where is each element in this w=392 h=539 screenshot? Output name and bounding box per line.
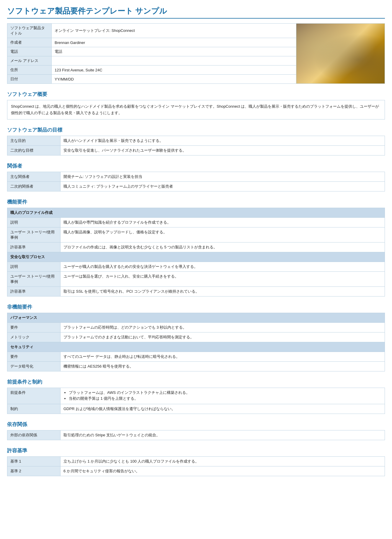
- group-header-cell: セキュリティ: [7, 342, 385, 352]
- cell-label: メール アドレス: [7, 56, 52, 65]
- cell-value: 機密情報には AES256 暗号を使用する。: [61, 362, 385, 371]
- section-title-nonfunctional: 非機能要件: [7, 304, 385, 310]
- section-title-acceptance: 許容基準: [7, 447, 385, 454]
- table-row: 許容基準取引は SSL を使用して暗号化され、PCI コンプライアンスが維持され…: [7, 287, 385, 296]
- cell-label: 説明: [7, 262, 61, 272]
- cell-value: GDPR および地域の個人情報保護法を遵守しなければならない。: [61, 404, 385, 414]
- overview-text: ShopConnect は、地元の職人と個性的なハンドメイド製品を求める顧客をつ…: [7, 100, 385, 119]
- stakeholders-table: 主な関係者開発チーム: ソフトウェアの設計と実装を担当二次的関係者職人コミュニテ…: [7, 172, 385, 191]
- cell-value: 取引は SSL を使用して暗号化され、PCI コンプライアンスが維持されている。: [61, 287, 385, 296]
- table-row: 二次的関係者職人コミュニティ: プラットフォーム上のサプライヤーと販売者: [7, 182, 385, 191]
- table-row: 日付YY/MM/DD: [7, 75, 296, 84]
- table-row: 要件すべてのユーザー データは、静止時および転送時に暗号化される。: [7, 352, 385, 362]
- table-row: 説明ユーザーが職人の製品を購入するための安全な決済ゲートウェイを導入する。: [7, 262, 385, 272]
- table-row: ユーザー ストーリー/使用事例ユーザーは製品を選び、カートに入れ、安全に購入手続…: [7, 272, 385, 287]
- table-row: 住所123 First Avenue, Suite 24C: [7, 65, 296, 75]
- cell-label: ユーザー ストーリー/使用事例: [7, 272, 61, 287]
- cell-value: 123 First Avenue, Suite 24C: [52, 65, 296, 75]
- cell-value: オンライン マーケットプレイス: ShopConnect: [52, 24, 296, 38]
- info-table: ソフトウェア製品タイトルオンライン マーケットプレイス: ShopConnect…: [7, 23, 296, 84]
- cell-value: プロファイルの作成には、画像と説明文を含む少なくとも 5 つの製品リストが含まれ…: [61, 243, 385, 252]
- cell-value: すべてのユーザー データは、静止時および転送時に暗号化される。: [61, 352, 385, 362]
- cell-value: [52, 56, 296, 65]
- table-row: 二次的な目標安全な取引を促進し、パーソナライズされたユーザー体験を提供する。: [7, 146, 385, 155]
- cell-label: ソフトウェア製品タイトル: [7, 24, 52, 38]
- table-row: メール アドレス: [7, 56, 296, 65]
- table-row: ソフトウェア製品タイトルオンライン マーケットプレイス: ShopConnect: [7, 24, 296, 38]
- cell-label: 基準 2: [7, 466, 61, 476]
- cell-label: 説明: [7, 218, 61, 227]
- table-row: 電話電話: [7, 47, 296, 56]
- table-row: メトリックプラットフォームでのさまざまな活動において、平均応答時間を測定する。: [7, 332, 385, 342]
- table-row: データ暗号化機密情報には AES256 暗号を使用する。: [7, 362, 385, 371]
- cell-value: 職人コミュニティ: プラットフォーム上のサプライヤーと販売者: [61, 182, 385, 191]
- table-row: ユーザー ストーリー/使用事例職人が製品画像、説明をアップロードし、価格を設定す…: [7, 227, 385, 243]
- table-row: 要件プラットフォームの応答時間は、どのアクションでも 3 秒以内とする。: [7, 323, 385, 332]
- cell-label: 電話: [7, 47, 52, 56]
- table-row: 主な目的職人がハンドメイド製品を展示・販売できるようにする。: [7, 136, 385, 146]
- table-row: 外部の依存関係取引処理のための Stripe 支払いゲートウェイとの統合。: [7, 430, 385, 440]
- section-title-functional: 機能要件: [7, 199, 385, 205]
- group-header-row: パフォーマンス: [7, 313, 385, 323]
- cell-value: プラットフォームは、AWS のインフラストラクチャ上に構築される。当初の開発予算…: [61, 388, 385, 404]
- cell-value: 6 か月間でセキュリティ侵害の報告がない。: [61, 466, 385, 476]
- cell-label: 主な関係者: [7, 172, 61, 182]
- table-row: 基準 1立ち上げから 1 か月以内に少なくとも 100 人の職人プロファイルを作…: [7, 457, 385, 466]
- group-header-cell: 職人のプロファイル作成: [7, 208, 385, 218]
- section-title-goals: ソフトウェア製品の目標: [7, 127, 385, 133]
- table-row: 許容基準プロファイルの作成には、画像と説明文を含む少なくとも 5 つの製品リスト…: [7, 243, 385, 252]
- cell-label: 作成者: [7, 38, 52, 47]
- group-header-row: セキュリティ: [7, 342, 385, 352]
- cell-label: 日付: [7, 75, 52, 84]
- cell-label: メトリック: [7, 332, 61, 342]
- group-header-cell: パフォーマンス: [7, 313, 385, 323]
- cell-value: 開発チーム: ソフトウェアの設計と実装を担当: [61, 172, 385, 182]
- cell-label: 外部の依存関係: [7, 430, 61, 440]
- section-title-prerequisites: 前提条件と制約: [7, 379, 385, 385]
- cell-label: 前提条件: [7, 388, 61, 404]
- table-row: 基準 26 か月間でセキュリティ侵害の報告がない。: [7, 466, 385, 476]
- cell-value: ユーザーが職人の製品を購入するための安全な決済ゲートウェイを導入する。: [61, 262, 385, 272]
- cell-value: 職人が製品画像、説明をアップロードし、価格を設定する。: [61, 227, 385, 243]
- goals-table: 主な目的職人がハンドメイド製品を展示・販売できるようにする。二次的な目標安全な取…: [7, 136, 385, 155]
- section-title-overview: ソフトウェア概要: [7, 91, 385, 98]
- section-title-dependencies: 依存関係: [7, 421, 385, 428]
- table-row: 説明職人が製品や専門知識を紹介するプロファイルを作成できる。: [7, 218, 385, 227]
- cell-value: プラットフォームの応答時間は、どのアクションでも 3 秒以内とする。: [61, 323, 385, 332]
- cell-label: 制約: [7, 404, 61, 414]
- cell-label: 許容基準: [7, 287, 61, 296]
- cell-label: 要件: [7, 323, 61, 332]
- group-header-row: 安全な取引プロセス: [7, 252, 385, 262]
- table-row: 作成者Brennan Gardiner: [7, 38, 296, 47]
- cell-label: ユーザー ストーリー/使用事例: [7, 227, 61, 243]
- cell-label: データ暗号化: [7, 362, 61, 371]
- functional-table: 職人のプロファイル作成説明職人が製品や専門知識を紹介するプロファイルを作成できる…: [7, 208, 385, 296]
- group-header-row: 職人のプロファイル作成: [7, 208, 385, 218]
- cell-value: ユーザーは製品を選び、カートに入れ、安全に購入手続きをする。: [61, 272, 385, 287]
- table-row: 制約GDPR および地域の個人情報保護法を遵守しなければならない。: [7, 404, 385, 414]
- cell-value: 取引処理のための Stripe 支払いゲートウェイとの統合。: [61, 430, 385, 440]
- cell-value: 安全な取引を促進し、パーソナライズされたユーザー体験を提供する。: [61, 146, 385, 155]
- cell-label: 二次的関係者: [7, 182, 61, 191]
- cell-value: Brennan Gardiner: [52, 38, 296, 47]
- nonfunctional-table: パフォーマンス要件プラットフォームの応答時間は、どのアクションでも 3 秒以内と…: [7, 313, 385, 371]
- cell-value: 職人がハンドメイド製品を展示・販売できるようにする。: [61, 136, 385, 146]
- cell-label: 許容基準: [7, 243, 61, 252]
- prerequisites-table: 前提条件プラットフォームは、AWS のインフラストラクチャ上に構築される。当初の…: [7, 388, 385, 414]
- cell-label: 住所: [7, 65, 52, 75]
- header-image: [296, 23, 385, 84]
- cell-value: 電話: [52, 47, 296, 56]
- cell-label: 主な目的: [7, 136, 61, 146]
- table-row: 前提条件プラットフォームは、AWS のインフラストラクチャ上に構築される。当初の…: [7, 388, 385, 404]
- section-title-stakeholders: 関係者: [7, 163, 385, 169]
- group-header-cell: 安全な取引プロセス: [7, 252, 385, 262]
- dependencies-table: 外部の依存関係取引処理のための Stripe 支払いゲートウェイとの統合。: [7, 430, 385, 440]
- cell-label: 二次的な目標: [7, 146, 61, 155]
- page-title: ソフトウェア製品要件テンプレート サンプル: [7, 6, 385, 19]
- cell-value: 職人が製品や専門知識を紹介するプロファイルを作成できる。: [61, 218, 385, 227]
- cell-value: プラットフォームでのさまざまな活動において、平均応答時間を測定する。: [61, 332, 385, 342]
- table-row: 主な関係者開発チーム: ソフトウェアの設計と実装を担当: [7, 172, 385, 182]
- cell-label: 要件: [7, 352, 61, 362]
- top-section: ソフトウェア製品タイトルオンライン マーケットプレイス: ShopConnect…: [7, 23, 385, 84]
- cell-label: 基準 1: [7, 457, 61, 466]
